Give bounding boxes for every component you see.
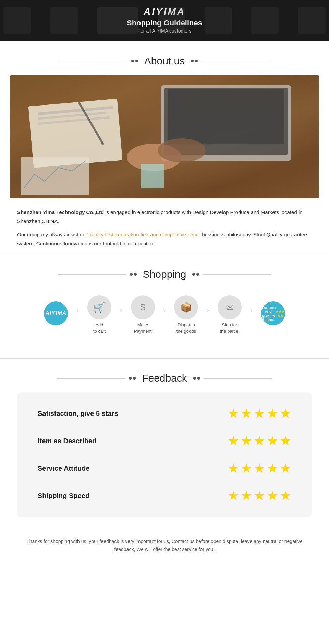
feedback-row-satisfaction: Satisfaction, give 5 stars ★ ★ ★ ★ ★ [38,406,291,421]
star-1: ★ [228,433,239,448]
step-confirm: Confirm andgive us 5 stars ★★★★★ [251,301,295,328]
star-1: ★ [228,406,239,421]
about-section-header: About us [0,55,329,67]
feedback-row-described: Item as Described ★ ★ ★ ★ ★ [38,433,291,448]
star-2: ★ [241,406,252,421]
confirm-icon: Confirm andgive us 5 stars ★★★★★ [261,301,285,325]
divider-1 [0,41,329,41]
star-2: ★ [241,488,252,503]
svg-rect-11 [141,164,164,188]
brand-icon: AIYIMA [44,301,68,325]
dot [192,273,195,276]
feedback-card: Satisfaction, give 5 stars ★ ★ ★ ★ ★ Ite… [17,392,312,517]
divider-3 [0,358,329,359]
dot [134,273,137,276]
described-stars: ★ ★ ★ ★ ★ [228,433,291,448]
line-left [57,378,125,379]
step-sign-label: Sign forthe parcel [220,322,239,334]
svg-rect-3 [168,89,284,144]
shipping-label: Shipping Speed [38,492,89,500]
dots-right [192,273,199,276]
step-dispatch-label: Dispatchthe goods [176,322,196,334]
company-name: Shenzhen Yima Technology Co.,Ltd [17,209,104,215]
star-5: ★ [280,433,291,448]
footer-text: Thanks for shopping with us, your feedba… [0,531,329,571]
service-label: Service Attitude [38,465,90,472]
star-5: ★ [280,488,291,503]
star-1: ★ [228,461,239,476]
payment-icon: $ [131,295,155,319]
shipping-stars: ★ ★ ★ ★ ★ [228,488,291,503]
star-3: ★ [254,406,265,421]
shopping-title: Shopping [140,269,189,280]
dots-right [191,60,198,62]
star-4: ★ [267,488,278,503]
star-3: ★ [254,433,265,448]
step-dispatch: 📦 Dispatchthe goods [164,295,208,334]
step-cart-label: Addto cart [93,322,106,334]
dot [191,60,194,62]
line-left [59,61,128,61]
header-brand: AIYIMA [7,6,322,17]
star-5: ★ [280,406,291,421]
philosophy-highlight: "quality first, reputation first and com… [87,232,200,237]
divider-2 [0,255,329,255]
philosophy-prefix: Our company always insist on [17,232,87,237]
dots-left [129,377,136,380]
footer-message: Thanks for shopping with us, your feedba… [21,537,308,554]
line-right [203,274,271,275]
dots-right [193,377,200,380]
feedback-section-header: Feedback [0,372,329,384]
header-title: Shopping Guidelines [7,18,322,27]
dot [129,377,132,380]
star-5: ★ [280,461,291,476]
feedback-row-service: Service Attitude ★ ★ ★ ★ ★ [38,461,291,476]
confirm-stars: ★★★★★ [276,310,285,317]
service-stars: ★ ★ ★ ★ ★ [228,461,291,476]
feedback-row-shipping: Shipping Speed ★ ★ ★ ★ ★ [38,488,291,503]
star-4: ★ [267,406,278,421]
cart-icon: 🛒 [87,295,111,319]
svg-point-9 [158,138,206,162]
star-3: ★ [254,488,265,503]
described-label: Item as Described [38,437,96,445]
svg-rect-10 [21,157,89,195]
star-4: ★ [267,433,278,448]
about-title: About us [142,55,187,67]
step-cart: 🛒 Addto cart [77,295,122,334]
shopping-section-header: Shopping [0,269,329,280]
dot [133,377,136,380]
dot [193,377,196,380]
star-2: ★ [241,433,252,448]
dots-left [131,60,138,62]
star-4: ★ [267,461,278,476]
star-2: ★ [241,461,252,476]
steps-container: AIYIMA › 🛒 Addto cart › $ MakePayment › … [0,288,329,345]
svg-point-13 [101,142,104,145]
line-left [58,274,126,275]
dot [196,273,199,276]
step-payment: $ MakePayment [121,295,165,334]
about-text-block: Shenzhen Yima Technology Co.,Ltd is enga… [17,208,312,248]
header-subtitle: For all AIYIMA customers [7,28,322,34]
shopping-flow: AIYIMA › 🛒 Addto cart › $ MakePayment › … [0,288,329,358]
line-right [204,378,272,379]
step-brand: AIYIMA [34,301,78,328]
dot [135,60,138,62]
step-sign: ✉ Sign forthe parcel [207,295,252,334]
photo-overlay [10,75,319,198]
feedback-title: Feedback [139,372,190,384]
handshake-photo [10,75,319,198]
dot [195,60,198,62]
dispatch-icon: 📦 [174,295,198,319]
dot [131,60,134,62]
line-right [201,61,270,61]
dot [130,273,133,276]
dots-left [130,273,137,276]
about-image [10,75,319,198]
satisfaction-label: Satisfaction, give 5 stars [38,410,118,418]
step-payment-label: MakePayment [134,322,151,334]
sign-icon: ✉ [218,295,242,319]
satisfaction-stars: ★ ★ ★ ★ ★ [228,406,291,421]
star-1: ★ [228,488,239,503]
